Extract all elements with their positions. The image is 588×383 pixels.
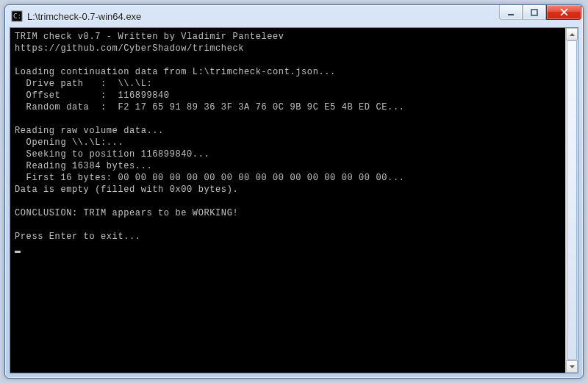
console-cursor [15,251,21,253]
line-drive-path: Drive path : \\.\L: [15,79,152,89]
line-random-data: Random data : F2 17 65 91 89 36 3F 3A 76… [15,102,404,112]
line-empty: Data is empty (filled with 0x00 bytes). [15,185,238,195]
client-area: TRIM check v0.7 - Written by Vladimir Pa… [10,27,578,373]
line-seeking: Seeking to position 116899840... [15,149,209,160]
line-first16: First 16 bytes: 00 00 00 00 00 00 00 00 … [15,173,404,183]
window-frame: C: L:\trimcheck-0.7-win64.exe TRIM check… [4,4,584,379]
scroll-up-button[interactable] [566,28,578,40]
minimize-button[interactable] [499,5,523,20]
svg-rect-3 [531,10,537,15]
window-title: L:\trimcheck-0.7-win64.exe [27,11,499,22]
line-offset: Offset : 116899840 [15,90,170,101]
line-header1: TRIM check v0.7 - Written by Vladimir Pa… [15,32,284,42]
scroll-down-button[interactable] [566,360,578,373]
svg-rect-2 [508,14,514,15]
maximize-button[interactable] [523,5,546,20]
line-press-enter: Press Enter to exit... [15,232,141,242]
vertical-scrollbar[interactable] [565,28,578,373]
titlebar[interactable]: C: L:\trimcheck-0.7-win64.exe [5,5,583,27]
line-header2: https://github.com/CyberShadow/trimcheck [15,43,244,54]
console-output[interactable]: TRIM check v0.7 - Written by Vladimir Pa… [10,28,565,373]
close-button[interactable] [546,5,581,20]
line-read-bytes: Reading 16384 bytes... [15,161,152,171]
line-loading: Loading continuation data from L:\trimch… [15,67,336,77]
scrollbar-thumb[interactable] [567,40,577,360]
svg-text:C:: C: [13,12,21,20]
line-reading: Reading raw volume data... [15,126,164,136]
line-opening: Opening \\.\L:... [15,137,123,148]
scrollbar-track[interactable] [566,40,578,360]
line-conclusion: CONCLUSION: TRIM appears to be WORKING! [15,208,238,218]
window-controls [499,5,581,20]
app-icon: C: [11,10,23,22]
